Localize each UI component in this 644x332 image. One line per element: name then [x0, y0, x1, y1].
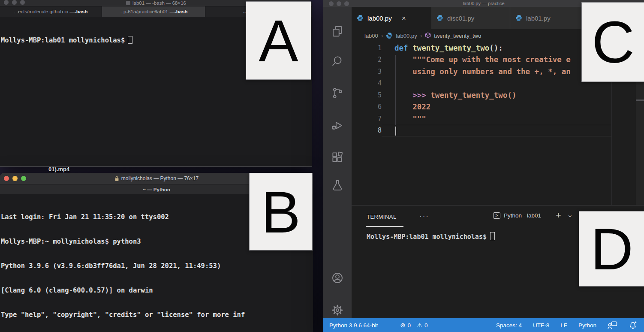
scrollbar-slider[interactable]	[636, 100, 644, 101]
search-icon[interactable]	[327, 51, 348, 72]
code-segment: twenty_twenty_two()	[430, 91, 516, 100]
line-number: 1	[352, 44, 382, 52]
panel-tab-underline	[366, 226, 403, 227]
terminal-line: Type "help", "copyright", "credits" or "…	[1, 311, 313, 319]
terminal-cursor	[490, 232, 495, 240]
close-button[interactable]	[4, 0, 9, 5]
terminal-a-title: lab01 — -bash — 68×16	[126, 0, 186, 6]
notifications-bell-icon[interactable]	[629, 321, 637, 329]
terminal-b-tab-label: ~ — Python	[143, 187, 170, 192]
vscode-window-title: lab00.py — practice	[463, 1, 504, 6]
zoom-button[interactable]	[344, 1, 349, 6]
feedback-icon[interactable]	[608, 321, 617, 329]
tab-path: ...p-61a/practice/lab01 —	[119, 9, 175, 14]
line-number: 6	[352, 103, 382, 111]
line-number: 3	[352, 68, 382, 75]
symbol-cube-icon	[425, 32, 431, 39]
terminal-picker-label: Python - lab01	[504, 212, 541, 219]
source-control-icon[interactable]	[327, 83, 348, 103]
doctest-prompt: >>>	[412, 91, 426, 100]
text-cursor	[395, 127, 396, 136]
line-number: 5	[352, 91, 382, 99]
breadcrumb-symbol[interactable]: twenty_twenty_two	[434, 33, 481, 39]
error-icon: ⊗	[400, 322, 405, 329]
terminal-prompt-text: Mollys-MBP:lab01 mollynicholas$	[367, 233, 487, 241]
tab-label: lab01.py	[526, 15, 551, 22]
code-segment	[408, 44, 413, 52]
code-segment: """Come up with the most creative e	[394, 55, 571, 64]
overlay-letter: D	[590, 219, 633, 278]
extensions-icon[interactable]	[327, 147, 348, 168]
code-segment: ():	[489, 44, 503, 52]
vscode-traffic-lights	[329, 0, 349, 7]
language-mode-status[interactable]: Python	[578, 322, 596, 329]
settings-gear-icon[interactable]	[327, 300, 348, 320]
new-terminal-icon[interactable]: +	[556, 210, 561, 221]
close-button[interactable]	[4, 176, 9, 181]
minimize-button[interactable]	[12, 176, 18, 181]
overlay-label-a: A	[246, 1, 311, 80]
warning-count: 0	[424, 322, 428, 329]
code-segment: using only numbers and the +, *, an	[394, 67, 571, 76]
tab-lab00[interactable]: lab00.py ×	[352, 7, 431, 29]
terminal-b-title: mollynicholas — Python — 76×17	[114, 175, 199, 181]
encoding-status[interactable]: UTF-8	[533, 322, 549, 329]
panel-tab-terminal[interactable]: TERMINAL	[367, 214, 397, 220]
tab-disc01[interactable]: disc01.py	[431, 7, 510, 29]
line-number: 8	[352, 127, 382, 134]
minimize-button[interactable]	[337, 1, 341, 6]
code-segment: def	[394, 44, 408, 52]
overlay-label-b: B	[249, 173, 313, 251]
document-proxy-icon	[126, 1, 130, 5]
eol-status[interactable]: LF	[560, 322, 567, 329]
active-line-highlight	[382, 125, 612, 137]
terminal-b-traffic-lights	[4, 173, 26, 184]
terminal-a-prompt: Mollys-MBP:lab01 mollynicholas$	[1, 36, 125, 44]
tab-lab01[interactable]: lab01.py	[510, 7, 582, 29]
terminal-b-title-text: mollynicholas — Python — 76×17	[121, 175, 199, 181]
overlay-label-c: C	[581, 2, 644, 82]
line-number: 7	[352, 115, 382, 123]
terminal-a-tab-molecule[interactable]: ...ects/molecule.github.io — -bash	[0, 6, 102, 17]
terminal-picker[interactable]: > Python - lab01	[493, 212, 541, 219]
tab-process: -bash	[175, 9, 188, 14]
warning-icon: ⚠	[417, 322, 422, 329]
chevron-right-icon: ›	[381, 32, 383, 39]
problems-status[interactable]: ⊗ 0 ⚠ 0	[400, 322, 427, 329]
terminal-a-traffic-lights	[4, 0, 25, 6]
python-file-icon	[515, 15, 522, 21]
zoom-button[interactable]	[20, 0, 25, 5]
terminal-a-cursor	[128, 36, 132, 44]
lock-icon	[114, 176, 119, 181]
run-debug-icon[interactable]	[327, 115, 348, 136]
line-number: 4	[352, 79, 382, 87]
tab-process: -bash	[75, 9, 88, 14]
close-tab-icon[interactable]: ×	[402, 15, 406, 22]
terminal-a-tab-lab01[interactable]: ...p-61a/practice/lab01 — -bash	[102, 6, 205, 17]
code-segment	[394, 91, 412, 100]
indent-guide	[395, 55, 396, 125]
minimize-button[interactable]	[12, 0, 17, 5]
overlay-label-d: D	[579, 211, 644, 287]
testing-icon[interactable]	[327, 175, 348, 196]
chevron-down-icon[interactable]: ›	[566, 215, 574, 217]
zoom-button[interactable]	[21, 176, 26, 181]
python-interpreter-status[interactable]: Python 3.9.6 64-bit	[329, 322, 378, 329]
explorer-icon[interactable]	[327, 21, 348, 42]
breadcrumb-file[interactable]: lab00.py	[396, 33, 417, 39]
more-actions-icon[interactable]: ···	[419, 212, 429, 221]
tab-label: lab00.py	[367, 15, 392, 22]
integrated-terminal-prompt[interactable]: Mollys-MBP:lab01 mollynicholas$	[367, 232, 495, 241]
breadcrumb-folder[interactable]: lab00	[364, 33, 378, 39]
python-file-icon	[436, 15, 443, 21]
terminal-line: Python 3.9.6 (v3.9.6:db3ff76da1, Jun 28 …	[1, 262, 313, 270]
overlay-letter: B	[261, 182, 301, 241]
status-bar: Python 3.9.6 64-bit ⊗ 0 ⚠ 0 Spaces: 4 UT…	[323, 318, 644, 332]
account-icon[interactable]	[327, 268, 348, 288]
indentation-status[interactable]: Spaces: 4	[496, 322, 522, 329]
activity-bar	[323, 7, 352, 318]
close-button[interactable]	[329, 1, 334, 6]
python-file-icon	[357, 15, 364, 21]
desktop-file-label[interactable]: 01).mp4	[48, 166, 69, 172]
code-segment: twenty_twenty_two	[412, 44, 489, 52]
